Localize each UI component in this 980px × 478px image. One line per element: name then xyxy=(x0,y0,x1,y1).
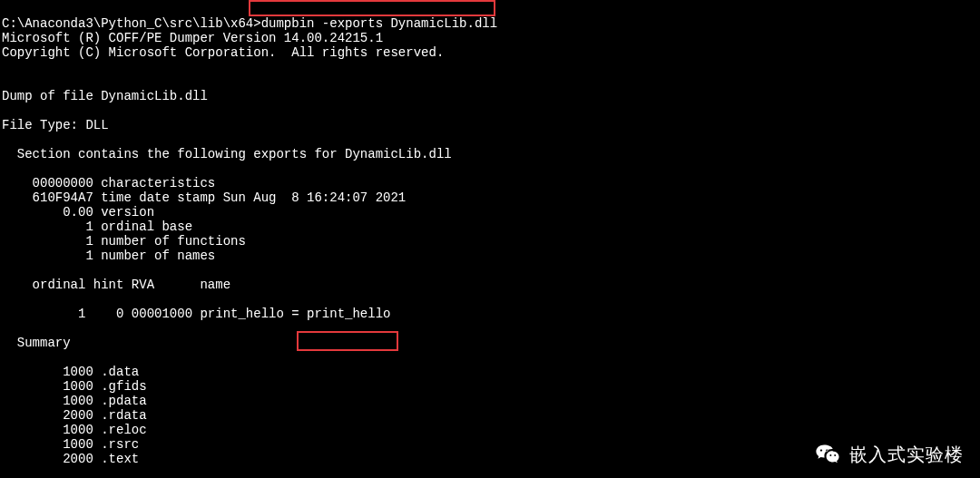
terminal-line: 1000 .gfids xyxy=(2,379,147,394)
terminal-line: 2000 .text xyxy=(2,452,139,466)
terminal-line: C:\Anaconda3\Python_C\src\lib\x64>dumpbi… xyxy=(2,16,497,31)
terminal-line: Section contains the following exports f… xyxy=(2,147,452,161)
terminal-line: 1000 .pdata xyxy=(2,394,147,408)
terminal-line: 1000 .reloc xyxy=(2,423,147,437)
terminal-line: File Type: DLL xyxy=(2,118,109,132)
terminal-output: C:\Anaconda3\Python_C\src\lib\x64>dumpbi… xyxy=(0,0,980,466)
terminal-line: 1000 .rsrc xyxy=(2,437,139,452)
terminal-line: Copyright (C) Microsoft Corporation. All… xyxy=(2,45,444,60)
terminal-line: 1 number of names xyxy=(2,249,215,263)
terminal-line: 1 ordinal base xyxy=(2,219,192,234)
terminal-line: 1 number of functions xyxy=(2,234,246,249)
terminal-line: ordinal hint RVA name xyxy=(2,278,230,292)
terminal-line: 2000 .rdata xyxy=(2,408,147,423)
watermark-text: 嵌入式实验楼 xyxy=(849,447,964,462)
terminal-line: Dump of file DynamicLib.dll xyxy=(2,89,208,103)
wechat-icon xyxy=(815,444,842,465)
terminal-line: 610F94A7 time date stamp Sun Aug 8 16:24… xyxy=(2,190,406,205)
terminal-line: 1 0 00001000 print_hello = print_hello xyxy=(2,307,390,321)
terminal-line: 0.00 version xyxy=(2,205,154,219)
terminal-line: 1000 .data xyxy=(2,365,139,379)
terminal-line: 00000000 characteristics xyxy=(2,176,215,190)
terminal-line: Summary xyxy=(2,336,71,350)
watermark: 嵌入式实验楼 xyxy=(815,444,964,465)
terminal-line: Microsoft (R) COFF/PE Dumper Version 14.… xyxy=(2,31,383,45)
